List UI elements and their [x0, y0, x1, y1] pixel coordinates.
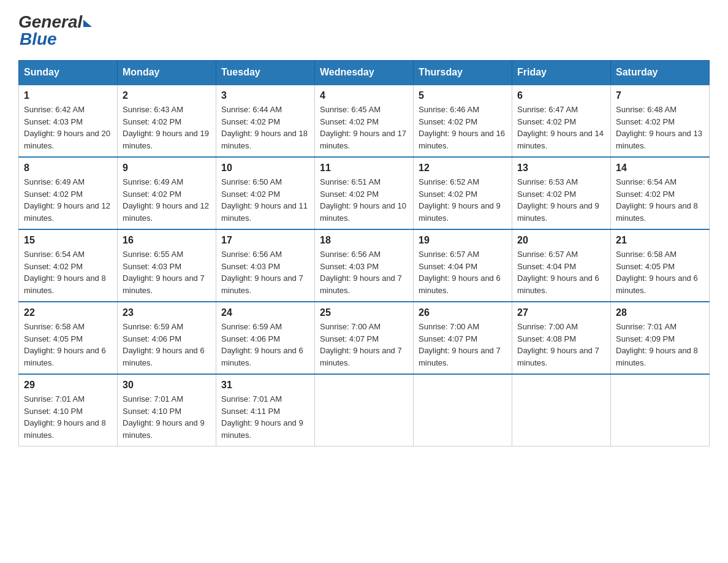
- day-number: 26: [419, 307, 507, 318]
- day-info: Sunrise: 6:58 AMSunset: 4:05 PMDaylight:…: [24, 321, 112, 369]
- calendar-day-cell: 8Sunrise: 6:49 AMSunset: 4:02 PMDaylight…: [19, 157, 118, 229]
- calendar-day-cell: 4Sunrise: 6:45 AMSunset: 4:02 PMDaylight…: [315, 85, 414, 157]
- day-info: Sunrise: 6:49 AMSunset: 4:02 PMDaylight:…: [123, 176, 211, 224]
- day-number: 7: [616, 90, 704, 101]
- day-info: Sunrise: 7:01 AMSunset: 4:10 PMDaylight:…: [123, 393, 211, 441]
- calendar-day-cell: 23Sunrise: 6:59 AMSunset: 4:06 PMDayligh…: [118, 302, 216, 374]
- day-number: 21: [616, 235, 704, 246]
- calendar-day-cell: 20Sunrise: 6:57 AMSunset: 4:04 PMDayligh…: [512, 229, 611, 302]
- header-friday: Friday: [512, 61, 611, 85]
- day-number: 13: [517, 163, 605, 174]
- calendar-table: SundayMondayTuesdayWednesdayThursdayFrid…: [18, 60, 710, 446]
- day-info: Sunrise: 6:51 AMSunset: 4:02 PMDaylight:…: [320, 176, 408, 224]
- day-info: Sunrise: 7:01 AMSunset: 4:11 PMDaylight:…: [221, 393, 309, 441]
- day-number: 4: [320, 90, 408, 101]
- calendar-day-cell: 13Sunrise: 6:53 AMSunset: 4:02 PMDayligh…: [512, 157, 611, 229]
- calendar-day-cell: 11Sunrise: 6:51 AMSunset: 4:02 PMDayligh…: [315, 157, 414, 229]
- day-number: 10: [221, 163, 309, 174]
- logo-blue-text: Blue: [20, 29, 57, 49]
- logo-arrow-icon: [83, 20, 92, 27]
- calendar-day-cell: 1Sunrise: 6:42 AMSunset: 4:03 PMDaylight…: [19, 85, 118, 157]
- day-number: 1: [24, 90, 112, 101]
- calendar-day-cell: 27Sunrise: 7:00 AMSunset: 4:08 PMDayligh…: [512, 302, 611, 374]
- calendar-header-row: SundayMondayTuesdayWednesdayThursdayFrid…: [19, 61, 710, 85]
- day-info: Sunrise: 7:00 AMSunset: 4:08 PMDaylight:…: [517, 321, 605, 369]
- day-info: Sunrise: 6:44 AMSunset: 4:02 PMDaylight:…: [221, 104, 309, 151]
- day-info: Sunrise: 6:49 AMSunset: 4:02 PMDaylight:…: [24, 176, 112, 224]
- calendar-day-cell: 7Sunrise: 6:48 AMSunset: 4:02 PMDaylight…: [611, 85, 710, 157]
- day-info: Sunrise: 6:46 AMSunset: 4:02 PMDaylight:…: [419, 104, 507, 151]
- calendar-day-cell: 28Sunrise: 7:01 AMSunset: 4:09 PMDayligh…: [611, 302, 710, 374]
- calendar-day-cell: 30Sunrise: 7:01 AMSunset: 4:10 PMDayligh…: [118, 374, 216, 446]
- calendar-day-cell: 29Sunrise: 7:01 AMSunset: 4:10 PMDayligh…: [19, 374, 118, 446]
- day-info: Sunrise: 6:54 AMSunset: 4:02 PMDaylight:…: [24, 248, 112, 296]
- day-number: 25: [320, 307, 408, 318]
- day-number: 18: [320, 235, 408, 246]
- calendar-day-cell: 31Sunrise: 7:01 AMSunset: 4:11 PMDayligh…: [216, 374, 315, 446]
- calendar-day-cell: [611, 374, 710, 446]
- day-number: 19: [419, 235, 507, 246]
- calendar-day-cell: 25Sunrise: 7:00 AMSunset: 4:07 PMDayligh…: [315, 302, 414, 374]
- calendar-day-cell: 24Sunrise: 6:59 AMSunset: 4:06 PMDayligh…: [216, 302, 315, 374]
- day-number: 31: [221, 380, 309, 391]
- day-info: Sunrise: 6:53 AMSunset: 4:02 PMDaylight:…: [517, 176, 605, 224]
- day-number: 20: [517, 235, 605, 246]
- calendar-week-4: 22Sunrise: 6:58 AMSunset: 4:05 PMDayligh…: [19, 302, 710, 374]
- header-monday: Monday: [118, 61, 216, 85]
- calendar-day-cell: 17Sunrise: 6:56 AMSunset: 4:03 PMDayligh…: [216, 229, 315, 302]
- calendar-week-5: 29Sunrise: 7:01 AMSunset: 4:10 PMDayligh…: [19, 374, 710, 446]
- day-info: Sunrise: 7:01 AMSunset: 4:10 PMDaylight:…: [24, 393, 112, 441]
- calendar-week-1: 1Sunrise: 6:42 AMSunset: 4:03 PMDaylight…: [19, 85, 710, 157]
- day-info: Sunrise: 7:00 AMSunset: 4:07 PMDaylight:…: [419, 321, 507, 369]
- day-info: Sunrise: 6:42 AMSunset: 4:03 PMDaylight:…: [24, 104, 112, 151]
- calendar-day-cell: 15Sunrise: 6:54 AMSunset: 4:02 PMDayligh…: [19, 229, 118, 302]
- day-number: 17: [221, 235, 309, 246]
- calendar-day-cell: 12Sunrise: 6:52 AMSunset: 4:02 PMDayligh…: [414, 157, 512, 229]
- day-number: 15: [24, 235, 112, 246]
- page-header: General Blue: [18, 12, 710, 49]
- calendar-day-cell: 2Sunrise: 6:43 AMSunset: 4:02 PMDaylight…: [118, 85, 216, 157]
- day-number: 30: [123, 380, 211, 391]
- day-info: Sunrise: 6:57 AMSunset: 4:04 PMDaylight:…: [419, 248, 507, 296]
- day-info: Sunrise: 7:01 AMSunset: 4:09 PMDaylight:…: [616, 321, 704, 369]
- calendar-day-cell: 16Sunrise: 6:55 AMSunset: 4:03 PMDayligh…: [118, 229, 216, 302]
- day-info: Sunrise: 6:50 AMSunset: 4:02 PMDaylight:…: [221, 176, 309, 224]
- calendar-day-cell: [414, 374, 512, 446]
- day-number: 16: [123, 235, 211, 246]
- day-info: Sunrise: 6:59 AMSunset: 4:06 PMDaylight:…: [123, 321, 211, 369]
- day-number: 28: [616, 307, 704, 318]
- header-tuesday: Tuesday: [216, 61, 315, 85]
- day-info: Sunrise: 6:52 AMSunset: 4:02 PMDaylight:…: [419, 176, 507, 224]
- day-info: Sunrise: 6:48 AMSunset: 4:02 PMDaylight:…: [616, 104, 704, 151]
- day-info: Sunrise: 6:43 AMSunset: 4:02 PMDaylight:…: [123, 104, 211, 151]
- calendar-day-cell: [315, 374, 414, 446]
- day-info: Sunrise: 6:59 AMSunset: 4:06 PMDaylight:…: [221, 321, 309, 369]
- header-saturday: Saturday: [611, 61, 710, 85]
- calendar-week-2: 8Sunrise: 6:49 AMSunset: 4:02 PMDaylight…: [19, 157, 710, 229]
- calendar-day-cell: 26Sunrise: 7:00 AMSunset: 4:07 PMDayligh…: [414, 302, 512, 374]
- day-info: Sunrise: 6:58 AMSunset: 4:05 PMDaylight:…: [616, 248, 704, 296]
- day-info: Sunrise: 6:56 AMSunset: 4:03 PMDaylight:…: [221, 248, 309, 296]
- day-number: 27: [517, 307, 605, 318]
- day-number: 11: [320, 163, 408, 174]
- day-number: 2: [123, 90, 211, 101]
- calendar-day-cell: 5Sunrise: 6:46 AMSunset: 4:02 PMDaylight…: [414, 85, 512, 157]
- day-info: Sunrise: 6:55 AMSunset: 4:03 PMDaylight:…: [123, 248, 211, 296]
- day-number: 5: [419, 90, 507, 101]
- day-number: 29: [24, 380, 112, 391]
- calendar-day-cell: 18Sunrise: 6:56 AMSunset: 4:03 PMDayligh…: [315, 229, 414, 302]
- calendar-day-cell: 9Sunrise: 6:49 AMSunset: 4:02 PMDaylight…: [118, 157, 216, 229]
- day-number: 6: [517, 90, 605, 101]
- day-number: 14: [616, 163, 704, 174]
- day-number: 3: [221, 90, 309, 101]
- header-wednesday: Wednesday: [315, 61, 414, 85]
- header-thursday: Thursday: [414, 61, 512, 85]
- header-sunday: Sunday: [19, 61, 118, 85]
- calendar-day-cell: 10Sunrise: 6:50 AMSunset: 4:02 PMDayligh…: [216, 157, 315, 229]
- calendar-week-3: 15Sunrise: 6:54 AMSunset: 4:02 PMDayligh…: [19, 229, 710, 302]
- calendar-day-cell: 22Sunrise: 6:58 AMSunset: 4:05 PMDayligh…: [19, 302, 118, 374]
- day-info: Sunrise: 6:57 AMSunset: 4:04 PMDaylight:…: [517, 248, 605, 296]
- day-info: Sunrise: 6:45 AMSunset: 4:02 PMDaylight:…: [320, 104, 408, 151]
- calendar-day-cell: [512, 374, 611, 446]
- day-info: Sunrise: 6:56 AMSunset: 4:03 PMDaylight:…: [320, 248, 408, 296]
